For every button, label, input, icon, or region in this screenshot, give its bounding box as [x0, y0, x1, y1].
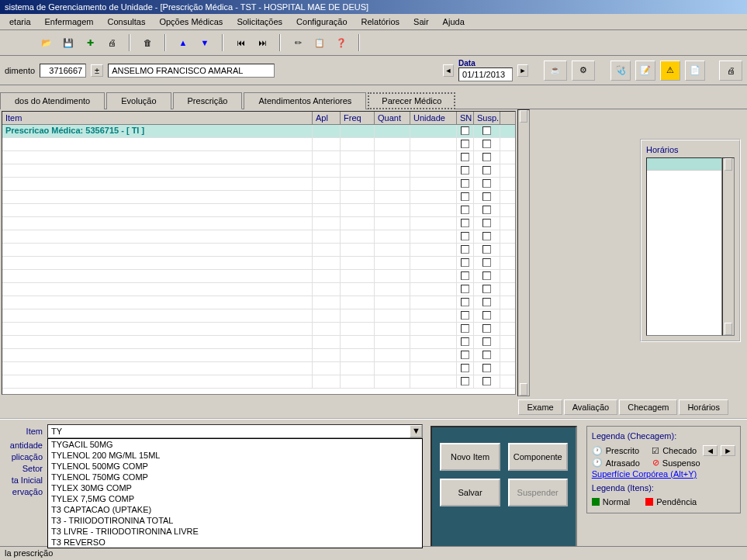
checkbox[interactable]	[461, 364, 469, 372]
dropdown-option[interactable]: TYLENOL 500MG COMP	[48, 461, 422, 472]
menu-ajuda[interactable]: Ajuda	[437, 16, 471, 28]
table-row[interactable]	[2, 375, 515, 389]
dropdown-option[interactable]: T3 CAPTACAO (UPTAKE)	[48, 504, 422, 515]
checkbox[interactable]	[461, 206, 469, 214]
checkbox[interactable]	[461, 271, 469, 280]
checkbox[interactable]	[461, 258, 469, 267]
tool5-icon[interactable]: ⚠	[660, 60, 680, 81]
checkbox[interactable]	[461, 351, 469, 359]
help-icon[interactable]: ❓	[332, 33, 351, 52]
lookup-icon[interactable]: ±	[91, 64, 103, 77]
table-row[interactable]	[2, 151, 515, 164]
subtab-checagem[interactable]: Checagem	[619, 399, 677, 415]
subtab-avaliacao[interactable]: Avaliação	[564, 399, 618, 415]
tool4-icon[interactable]: 📝	[635, 60, 655, 81]
patient-name-input[interactable]	[108, 64, 275, 78]
tool6-icon[interactable]: 📄	[685, 60, 705, 81]
nav-left-icon[interactable]: ◄	[703, 445, 718, 456]
last-icon[interactable]: ⏭	[253, 33, 271, 52]
menu-etaria[interactable]: etaria	[3, 16, 37, 28]
checkbox[interactable]	[482, 140, 491, 148]
col-freq[interactable]: Freq	[341, 112, 375, 124]
first-icon[interactable]: ⏮	[231, 33, 250, 52]
checkbox[interactable]	[461, 337, 469, 346]
table-row[interactable]	[2, 191, 515, 204]
dropdown-option[interactable]: T3 LIVRE - TRIIODOTIRONINA LIVRE	[48, 526, 422, 537]
checkbox[interactable]	[482, 126, 491, 135]
checkbox[interactable]	[482, 364, 491, 372]
dropdown-option[interactable]: TYLEX 30MG COMP	[48, 482, 422, 493]
col-item[interactable]: Item	[2, 112, 313, 124]
dropdown-option[interactable]: T3 REVERSO	[48, 537, 422, 548]
checkbox[interactable]	[461, 245, 469, 254]
open-icon[interactable]: 📂	[37, 33, 56, 52]
delete-icon[interactable]: 🗑	[138, 33, 157, 52]
tab-prescricao[interactable]: Prescrição	[173, 92, 243, 109]
checkbox[interactable]	[461, 153, 469, 161]
table-row[interactable]	[2, 283, 515, 296]
doc-icon[interactable]: 📋	[310, 33, 329, 52]
tab-dados[interactable]: dos do Atendimento	[0, 92, 105, 109]
table-row[interactable]	[2, 336, 515, 349]
table-row[interactable]	[2, 164, 515, 178]
col-unidade[interactable]: Unidade	[410, 112, 457, 124]
item-dropdown-list[interactable]: TYGACIL 50MGTYLENOL 200 MG/ML 15MLTYLENO…	[47, 438, 423, 548]
dropdown-option[interactable]: TYLENOL 200 MG/ML 15ML	[48, 450, 422, 461]
checkbox[interactable]	[461, 311, 469, 320]
menu-opcoes[interactable]: Opções Médicas	[153, 16, 229, 28]
menu-consultas[interactable]: Consultas	[102, 16, 152, 28]
salvar-button[interactable]: Salvar	[440, 479, 500, 506]
checkbox[interactable]	[461, 219, 469, 227]
superficie-link[interactable]: Superfície Corpórea (Alt+Y)	[592, 469, 697, 479]
table-row[interactable]	[2, 138, 515, 151]
new-icon[interactable]: ✚	[81, 33, 99, 52]
col-susp[interactable]: Susp.	[474, 112, 500, 124]
menu-config[interactable]: Configuração	[290, 16, 353, 28]
date-prev-icon[interactable]: ◄	[443, 64, 454, 77]
tool1-icon[interactable]: ☕	[544, 60, 567, 81]
table-row[interactable]	[2, 296, 515, 309]
horarios-scrollbar[interactable]	[722, 157, 735, 336]
checkbox[interactable]	[482, 232, 491, 240]
checkbox[interactable]	[482, 219, 491, 227]
dropdown-option[interactable]: T3 - TRIIODOTIRONINA TOTAL	[48, 515, 422, 526]
checkbox[interactable]	[482, 245, 491, 254]
checkbox[interactable]	[461, 232, 469, 240]
col-sn[interactable]: SN	[457, 112, 474, 124]
checkbox[interactable]	[482, 324, 491, 333]
up-icon[interactable]: ▲	[174, 33, 192, 52]
table-row[interactable]	[2, 309, 515, 323]
table-row[interactable]	[2, 349, 515, 362]
checkbox[interactable]	[482, 192, 491, 201]
table-row[interactable]	[2, 230, 515, 244]
checkbox[interactable]	[461, 192, 469, 201]
checkbox[interactable]	[482, 298, 491, 306]
componente-button[interactable]: Componente	[508, 443, 568, 471]
checkbox[interactable]	[461, 285, 469, 293]
item-input[interactable]	[47, 424, 423, 438]
col-apl[interactable]: Apl	[313, 112, 341, 124]
checkbox[interactable]	[482, 337, 491, 346]
table-row[interactable]	[2, 217, 515, 230]
checkbox[interactable]	[482, 377, 491, 385]
checkbox[interactable]	[482, 179, 491, 188]
checkbox[interactable]	[461, 298, 469, 306]
edit-icon[interactable]: ✏	[289, 33, 307, 52]
checkbox[interactable]	[482, 285, 491, 293]
checkbox[interactable]	[461, 324, 469, 333]
down-icon[interactable]: ▼	[195, 33, 214, 52]
tool2-icon[interactable]: ⚙	[572, 60, 595, 81]
menu-enfermagem[interactable]: Enfermagem	[39, 16, 100, 28]
tab-anteriores[interactable]: Atendimentos Anteriores	[244, 92, 366, 109]
menu-sair[interactable]: Sair	[407, 16, 435, 28]
dropdown-option[interactable]: TYGACIL 50MG	[48, 439, 422, 450]
tab-parecer[interactable]: Parecer Médico	[368, 92, 455, 109]
checkbox[interactable]	[461, 377, 469, 385]
date-next-icon[interactable]: ►	[517, 64, 528, 77]
checkbox[interactable]	[461, 140, 469, 148]
checkbox[interactable]	[461, 166, 469, 175]
atendimento-id-input[interactable]	[40, 64, 86, 78]
subtab-exame[interactable]: Exame	[518, 399, 562, 415]
checkbox[interactable]	[461, 126, 469, 135]
menu-relatorios[interactable]: Relatórios	[355, 16, 406, 28]
